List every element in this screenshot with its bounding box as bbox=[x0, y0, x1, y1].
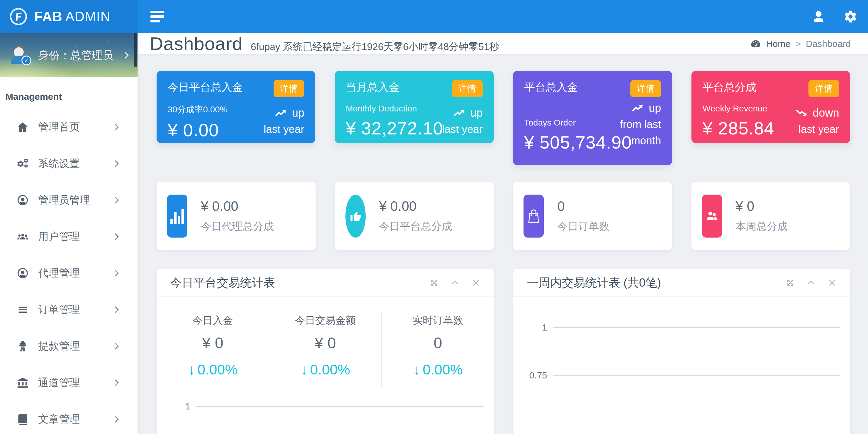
mini-card-label: 今日平台总分成 bbox=[379, 219, 452, 234]
panel-stat-value: 0 bbox=[382, 334, 494, 352]
mini-card-label: 本周总分成 bbox=[736, 219, 788, 234]
breadcrumb: Home > Dashboard bbox=[750, 38, 851, 50]
stat-card-title: 今日平台总入金 bbox=[168, 80, 251, 95]
mini-card-value: 0 bbox=[557, 198, 610, 214]
sidebar-item-agent-management[interactable]: 代理管理 bbox=[0, 255, 137, 291]
stat-card-subtitle: Todays Order bbox=[524, 118, 607, 128]
chart-gridline: 0.75 bbox=[514, 370, 850, 381]
collapse-chevron-icon[interactable] bbox=[451, 278, 460, 287]
panel-stat-today-deposit: 今日入金 ¥ 0 ↓0.00% bbox=[157, 312, 269, 387]
sidebar-item-order-management[interactable]: 订单管理 bbox=[0, 291, 137, 328]
identity-label: 身份：总管理员 bbox=[38, 48, 124, 63]
trend-period: last year bbox=[264, 121, 304, 137]
users-icon bbox=[702, 195, 722, 238]
panel-stat-label: 实时订单数 bbox=[382, 314, 494, 328]
sidebar-item-channel-management[interactable]: 通道管理 bbox=[0, 364, 137, 401]
mini-card-value: ¥ 0.00 bbox=[201, 198, 274, 214]
details-badge[interactable]: 详情 bbox=[452, 80, 483, 97]
close-icon[interactable] bbox=[828, 278, 837, 287]
trend-period: last year bbox=[799, 121, 839, 137]
bank-icon bbox=[13, 377, 32, 389]
sidebar-item-admin-home[interactable]: 管理首页 bbox=[0, 108, 137, 145]
panel-stat-value: ¥ 0 bbox=[269, 334, 382, 352]
stat-card-subtitle: Weekly Revenue bbox=[703, 104, 785, 114]
y-tick-label: 1 bbox=[514, 322, 547, 333]
check-badge-icon: ✓ bbox=[22, 56, 31, 65]
chevron-right-icon bbox=[114, 232, 119, 241]
sidebar-item-withdrawal-management[interactable]: 提款管理 bbox=[0, 328, 137, 364]
trend-up-icon bbox=[631, 103, 645, 113]
stat-card-value: ¥ 285.84 bbox=[703, 118, 785, 138]
trend: up bbox=[631, 102, 661, 115]
sidebar-item-label: 管理首页 bbox=[38, 120, 114, 134]
nav-section-label: Management bbox=[5, 91, 137, 102]
stat-card-total-deposit: 平台总入金 Todays Order ¥ 505,734.90 详情 up fr… bbox=[513, 71, 672, 165]
trend-label: up bbox=[292, 106, 304, 119]
panel-stat-today-volume: 今日交易金额 ¥ 0 ↓0.00% bbox=[269, 312, 382, 387]
user-secret-icon bbox=[13, 340, 32, 352]
chevron-right-icon bbox=[114, 415, 119, 423]
mini-cards-row: ¥ 0.00 今日代理总分成 ¥ 0.00 今日平台总分成 bbox=[157, 182, 850, 250]
panel-stat-delta: ↓0.00% bbox=[157, 361, 269, 378]
sidebar-item-admin-management[interactable]: 管理员管理 bbox=[0, 182, 137, 218]
gear-icon[interactable] bbox=[843, 9, 858, 24]
users-icon bbox=[13, 230, 32, 243]
sidebar-item-label: 用户管理 bbox=[38, 229, 114, 244]
stat-card-total-share: 平台总分成 Weekly Revenue ¥ 285.84 详情 down la… bbox=[691, 71, 850, 143]
sidebar-scrollbar[interactable] bbox=[134, 33, 137, 67]
stat-cards-row: 今日平台总入金 30分成率0.00% ¥ 0.00 详情 up last yea… bbox=[157, 71, 850, 165]
dashboard-gauge-icon bbox=[750, 38, 761, 50]
sidebar-item-user-management[interactable]: 用户管理 bbox=[0, 218, 137, 255]
stat-card-value: ¥ 505,734.90 bbox=[524, 132, 607, 153]
mini-card-label: 今日代理总分成 bbox=[201, 219, 274, 234]
shopping-bag-icon bbox=[524, 195, 544, 238]
panel-title: 一周内交易统计表 (共0笔) bbox=[527, 275, 661, 291]
main-area: Dashboard 6fupay 系统已经稳定运行1926天零6小时零48分钟零… bbox=[137, 33, 868, 434]
close-icon[interactable] bbox=[471, 278, 480, 287]
details-badge[interactable]: 详情 bbox=[808, 80, 839, 97]
gridline bbox=[196, 406, 484, 407]
identity-panel[interactable]: ✓ 身份：总管理员 bbox=[0, 33, 137, 78]
panel-stat-realtime-orders: 实时订单数 0 ↓0.00% bbox=[381, 312, 494, 387]
mini-card-week-share: ¥ 0 本周总分成 bbox=[691, 182, 850, 250]
brand-logo-icon: F bbox=[9, 7, 28, 26]
trend-label: up bbox=[649, 102, 661, 115]
sidebar-item-article-management[interactable]: 文章管理 bbox=[0, 401, 137, 434]
collapse-chevron-icon[interactable] bbox=[807, 278, 816, 287]
brand[interactable]: F FABADMIN bbox=[0, 0, 137, 33]
trend: up bbox=[274, 106, 304, 119]
sidebar: ✓ 身份：总管理员 Management 管理首页 系统设置 管理员管理 bbox=[0, 33, 137, 434]
breadcrumb-home[interactable]: Home bbox=[766, 39, 790, 49]
user-circle-icon bbox=[13, 267, 32, 279]
stat-card-title: 平台总分成 bbox=[703, 80, 785, 95]
stat-card-value: ¥ 32,272.10 bbox=[346, 118, 429, 138]
details-badge[interactable]: 详情 bbox=[274, 80, 304, 97]
page-title: Dashboard bbox=[150, 33, 243, 54]
topbar-main bbox=[137, 0, 868, 33]
details-badge[interactable]: 详情 bbox=[630, 80, 661, 97]
sidebar-item-system-settings[interactable]: 系统设置 bbox=[0, 145, 137, 182]
panel-tools bbox=[786, 278, 837, 287]
brand-bold: FAB bbox=[34, 9, 62, 24]
sidebar-item-label: 管理员管理 bbox=[38, 193, 114, 207]
panel-title: 今日平台交易统计表 bbox=[170, 275, 275, 291]
stat-card-title: 平台总入金 bbox=[524, 80, 607, 95]
content: 今日平台总入金 30分成率0.00% ¥ 0.00 详情 up last yea… bbox=[137, 54, 868, 434]
expand-icon[interactable] bbox=[786, 278, 795, 287]
expand-icon[interactable] bbox=[430, 278, 439, 287]
panel-header: 一周内交易统计表 (共0笔) bbox=[514, 269, 850, 297]
hamburger-menu-icon[interactable] bbox=[150, 10, 164, 23]
user-icon[interactable] bbox=[811, 9, 826, 24]
gridline bbox=[553, 375, 840, 376]
gridline bbox=[553, 327, 840, 328]
arrow-down-icon: ↓ bbox=[413, 362, 420, 377]
trend-down-icon bbox=[795, 108, 808, 118]
arrow-down-icon: ↓ bbox=[188, 362, 195, 377]
mini-card-label: 今日订单数 bbox=[557, 219, 610, 234]
trend-label: down bbox=[813, 106, 839, 119]
y-tick-label: 0.75 bbox=[514, 370, 547, 381]
mini-card-value: ¥ 0 bbox=[736, 198, 788, 214]
chevron-right-icon bbox=[124, 51, 129, 59]
sidebar-item-label: 提款管理 bbox=[38, 339, 114, 353]
topbar-icons bbox=[811, 9, 868, 24]
